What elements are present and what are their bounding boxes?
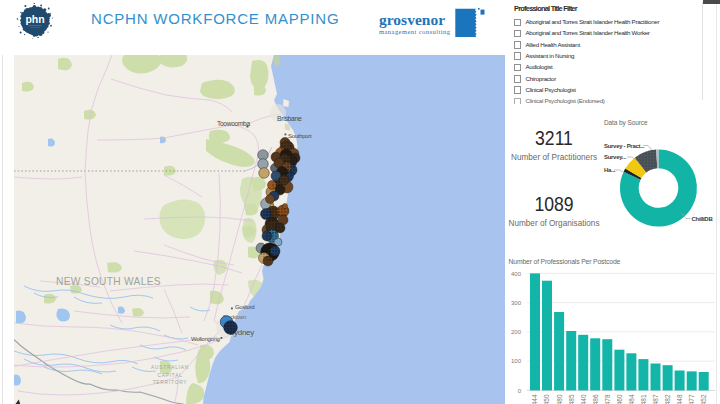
svg-text:2448: 2448 [676,394,683,404]
svg-text:2482: 2482 [664,394,671,404]
svg-text:phn: phn [25,13,44,25]
svg-text:2487: 2487 [652,394,659,404]
svg-text:CAPITAL: CAPITAL [157,373,182,378]
svg-text:2480: 2480 [556,394,563,404]
svg-text:AUSTRALIAN: AUSTRALIAN [151,365,189,370]
svg-text:2486: 2486 [592,394,599,404]
svg-text:2477: 2477 [688,394,695,404]
svg-text:0: 0 [518,388,522,394]
svg-text:200: 200 [511,329,522,335]
svg-text:Gosford: Gosford [235,304,254,310]
svg-text:2444: 2444 [531,394,538,404]
svg-text:2452: 2452 [700,394,707,404]
svg-text:2478: 2478 [604,394,611,404]
svg-text:400: 400 [511,271,522,277]
svg-text:2481: 2481 [640,394,647,404]
svg-text:Wollongong: Wollongong [191,336,220,342]
svg-text:2485: 2485 [568,394,575,404]
svg-text:300: 300 [511,300,522,306]
svg-text:2460: 2460 [616,394,623,404]
svg-text:Toowoomba: Toowoomba [217,120,250,127]
svg-text:2450: 2450 [543,394,550,404]
svg-text:Southport: Southport [288,133,312,139]
svg-text:TERRITORY: TERRITORY [153,380,188,385]
svg-text:NEW SOUTH WALES: NEW SOUTH WALES [56,276,161,287]
svg-text:Brisbane: Brisbane [277,115,302,122]
svg-text:2440: 2440 [580,394,587,404]
svg-text:100: 100 [511,358,522,364]
svg-text:2484: 2484 [628,394,635,404]
